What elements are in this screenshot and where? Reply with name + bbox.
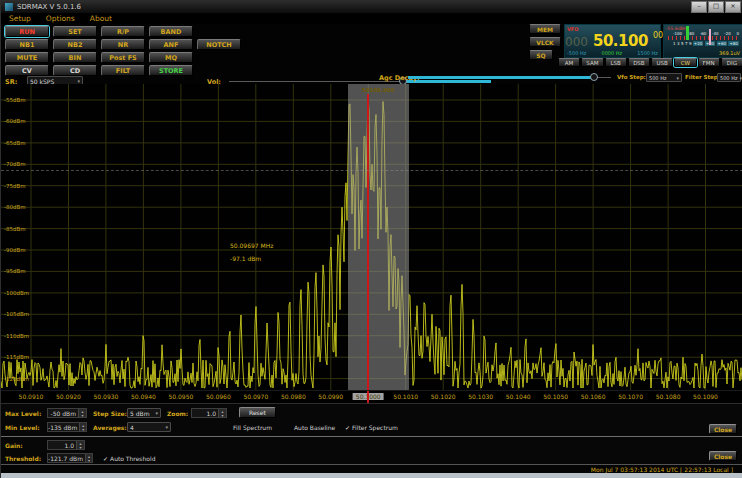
filter-passband-overlay[interactable]: 50100.000 <box>348 84 409 390</box>
window-bottom-border <box>1 473 742 478</box>
spectrum-close-button[interactable]: Close <box>709 424 737 434</box>
band-button[interactable]: BAND <box>149 26 193 37</box>
threshold-spinner-icon[interactable] <box>85 454 92 462</box>
store-button[interactable]: STORE <box>149 65 193 76</box>
min-level-label: Min Level: <box>5 424 40 431</box>
zoom-input[interactable]: 1.0 <box>191 408 227 418</box>
spectrum-display[interactable]: 50100.000 -55dBm-60dBm-65dBm-70dBm-75dBm… <box>1 84 742 390</box>
tuned-frequency-line <box>367 94 369 390</box>
amplitude-tick-label: -85dBm <box>4 226 26 232</box>
step-size-select[interactable]: 5 dBm <box>127 408 161 418</box>
vfo-step-select[interactable]: 500 Hz <box>646 73 682 82</box>
frequency-tick-label: 50.1070 <box>618 393 643 400</box>
mq-button[interactable]: MQ <box>149 52 193 63</box>
reset-button[interactable]: Reset <box>239 407 276 418</box>
max-level-label: Max Level: <box>5 410 41 417</box>
frequency-tick-label: 50.1030 <box>468 393 493 400</box>
checkmark-icon: ✓ <box>345 424 350 431</box>
title-bar[interactable]: SDRMAX V 5.0.1.6 – □ × <box>1 0 742 14</box>
filter-step-value: 500 Hz <box>720 75 738 81</box>
frequency-tick-label: 50.0970 <box>243 393 268 400</box>
mem-button[interactable]: MEM <box>529 24 561 34</box>
frequency-tick-label: 50.1010 <box>393 393 418 400</box>
maximize-icon[interactable]: □ <box>708 1 724 13</box>
max-level-spinner-icon[interactable] <box>78 409 86 417</box>
frequency-tick-label: 50.1080 <box>656 393 681 400</box>
anf-button[interactable]: ANF <box>149 39 193 50</box>
amplitude-tick-label: -65dBm <box>4 140 26 146</box>
vlck-button[interactable]: VLCK <box>529 37 561 47</box>
frequency-tick-label: 50.0960 <box>206 393 231 400</box>
mode-dig-button[interactable]: DIG <box>721 58 742 67</box>
amplitude-tick-label: -100dBm <box>4 290 29 296</box>
r-p-button[interactable]: R/P <box>101 26 145 37</box>
sq-button[interactable]: SQ <box>529 50 553 60</box>
mode-cw-button[interactable]: CW <box>674 58 696 67</box>
mode-sam-button[interactable]: SAM <box>581 58 603 67</box>
menu-options[interactable]: Options <box>46 14 75 23</box>
auto-threshold-checkbox[interactable]: ✓Auto Threshold <box>103 455 155 462</box>
max-level-input[interactable]: -50 dBm <box>47 408 87 418</box>
mute-button[interactable]: MUTE <box>5 52 49 63</box>
threshold-panel: Gain: 1.0 Threshold: -121.7 dBm ✓Auto Th… <box>1 436 742 465</box>
close-icon[interactable]: × <box>725 1 741 13</box>
amplitude-tick-label: -90dBm <box>4 247 26 253</box>
post-fs-button[interactable]: Post FS <box>101 52 145 63</box>
filter-step-select[interactable]: 500 Hz <box>717 73 741 82</box>
notch-button[interactable]: NOTCH <box>197 39 241 50</box>
menu-about[interactable]: About <box>90 14 112 23</box>
auto-baseline-checkbox[interactable]: Auto Baseline <box>294 424 335 431</box>
cursor-level: -97.1 dBm <box>230 252 273 265</box>
threshold-close-button[interactable]: Close <box>709 451 737 461</box>
mode-fmn-button[interactable]: FMN <box>698 58 720 67</box>
auto-threshold-label: Auto Threshold <box>110 455 155 462</box>
frequency-digits: 000 50.100 000.0 <box>565 31 657 50</box>
fill-spectrum-checkbox[interactable]: Fill Spectrum <box>233 424 272 431</box>
bin-button[interactable]: BIN <box>53 52 97 63</box>
threshold-input[interactable]: -121.7 dBm <box>47 453 93 463</box>
amplitude-tick-label: -120dBm <box>4 376 29 382</box>
zoom-value: 1.0 <box>192 410 218 417</box>
set-button[interactable]: SET <box>53 26 97 37</box>
run-button[interactable]: RUN <box>5 26 49 37</box>
filt-button[interactable]: FILT <box>101 65 145 76</box>
nb2-button[interactable]: NB2 <box>53 39 97 50</box>
minimize-icon[interactable]: – <box>691 1 707 13</box>
gain-value: 1.0 <box>48 442 76 449</box>
amplitude-tick-label: -115dBm <box>4 354 29 360</box>
s-meter-needle <box>709 29 711 45</box>
filter-edges: -500 Hz 0000 Hz 1500 Hz <box>567 50 658 56</box>
frequency-tick-label: 50.0940 <box>131 393 156 400</box>
frequency-tick-label: 50.0910 <box>19 393 44 400</box>
menu-setup[interactable]: Setup <box>9 14 31 23</box>
vfo-step-value: 500 Hz <box>649 75 674 81</box>
nr-button[interactable]: NR <box>101 39 145 50</box>
nb1-button[interactable]: NB1 <box>5 39 49 50</box>
mode-am-button[interactable]: AM <box>558 58 580 67</box>
frequency-tick-label: 50.1040 <box>506 393 531 400</box>
checkmark-icon: ✓ <box>103 455 108 462</box>
zoom-spinner-icon[interactable] <box>218 409 226 417</box>
amplitude-tick-label: -105dBm <box>4 311 29 317</box>
min-level-input[interactable]: -135 dBm <box>47 422 87 432</box>
amplitude-tick-label: -60dBm <box>4 118 26 124</box>
averages-select[interactable]: 4 <box>127 422 171 432</box>
meter-tick-label: 1 <box>673 41 676 46</box>
mode-lsb-button[interactable]: LSB <box>605 58 627 67</box>
s-meter-ticks <box>668 36 739 40</box>
frequency-display[interactable]: VFO 000 50.100 000.0 -500 Hz 0000 Hz 150… <box>564 24 661 58</box>
cursor-readout: 50.09697 MHz -97.1 dBm <box>230 239 273 265</box>
filter-spectrum-checkbox[interactable]: ✓Filter Spectrum <box>345 424 398 431</box>
amplitude-tick-label: -80dBm <box>4 204 26 210</box>
max-level-value: -50 dBm <box>48 410 78 417</box>
min-level-spinner-icon[interactable] <box>79 423 86 431</box>
mode-usb-button[interactable]: USB <box>651 58 673 67</box>
mode-dsb-button[interactable]: DSB <box>628 58 650 67</box>
agc-decay-slider[interactable] <box>408 73 611 82</box>
agc-slider-knob[interactable] <box>590 73 598 81</box>
cd-button[interactable]: CD <box>53 65 97 76</box>
gain-spinner-icon[interactable] <box>76 441 84 449</box>
frequency-tick-label: 50.1090 <box>693 393 718 400</box>
cv-button[interactable]: CV <box>5 65 49 76</box>
gain-input[interactable]: 1.0 <box>47 440 85 450</box>
